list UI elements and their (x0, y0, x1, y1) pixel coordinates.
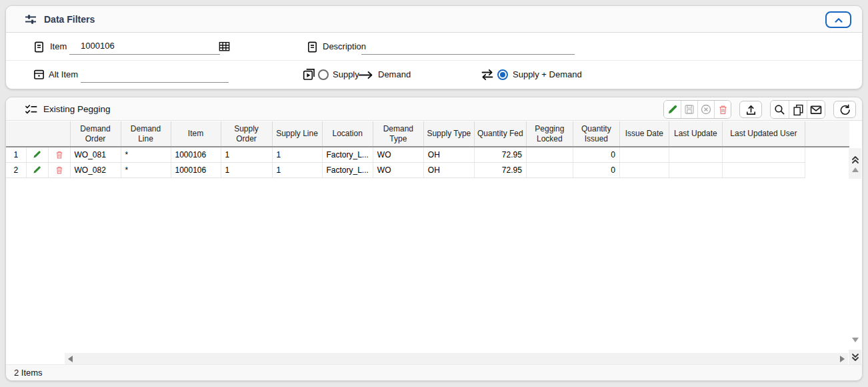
checklist-icon (25, 103, 37, 115)
table-cell[interactable]: 72.95 (474, 162, 526, 177)
column-header[interactable]: Quantity Issued (573, 121, 619, 147)
table-cell[interactable]: WO_081 (70, 147, 121, 162)
supply-plus-demand-label: Supply + Demand (513, 61, 582, 88)
copy-icon (792, 103, 805, 116)
table-cell[interactable]: * (121, 147, 171, 162)
column-header[interactable]: Quantity Fed (474, 121, 526, 147)
data-filters-panel: Data Filters Item 1000106 Description Al… (5, 5, 863, 89)
column-header[interactable]: Last Update (669, 121, 722, 147)
alt-item-input[interactable] (81, 67, 229, 83)
status-bar: 2 Items (6, 364, 862, 380)
supply-radio-label: Supply (333, 61, 359, 88)
upload-icon (745, 103, 757, 116)
table-row: 2 WO_082*100010611Factory_L...WOOH72.950 (6, 162, 849, 177)
table-cell[interactable]: OH (423, 162, 474, 177)
panel-title: Existing Pegging (43, 104, 111, 114)
delete-trash-icon (717, 104, 729, 115)
scroll-up-arrow[interactable] (852, 167, 859, 172)
app-background: { "filters_panel": { "title": "Data Filt… (0, 0, 868, 387)
table-cell[interactable] (526, 162, 573, 177)
table-cell[interactable]: 1 (221, 147, 272, 162)
row-delete-button[interactable] (48, 162, 70, 177)
scroll-down-arrow[interactable] (852, 338, 859, 342)
upload-button[interactable] (739, 101, 762, 118)
search-button[interactable] (771, 101, 789, 118)
panel-title: Data Filters (44, 14, 95, 25)
horizontal-scrollbar[interactable] (65, 353, 848, 364)
item-input[interactable]: 1000106 (69, 39, 220, 55)
filters-row-1: Item 1000106 Description (6, 33, 862, 61)
column-header[interactable]: Supply Line (272, 121, 322, 147)
scroll-to-bottom-button double-chevron-down-icon[interactable] (851, 353, 860, 362)
table-cell[interactable] (722, 147, 805, 162)
save-button[interactable] (681, 101, 697, 118)
column-header[interactable]: Demand Type (373, 121, 423, 147)
scroll-to-top-button double-chevron-up-icon[interactable] (851, 155, 860, 164)
supply-plus-demand-radio[interactable] (497, 69, 508, 80)
scroll-right-arrow[interactable] (840, 356, 845, 362)
row-edit-button[interactable] (26, 147, 48, 162)
table-cell[interactable]: OH (423, 147, 474, 162)
table-cell[interactable]: 1000106 (171, 162, 221, 177)
table-cell[interactable] (669, 162, 722, 177)
refresh-icon (839, 103, 851, 116)
row-number: 1 (6, 147, 26, 162)
scroll-left-arrow[interactable] (68, 356, 73, 362)
table-cell[interactable] (722, 162, 805, 177)
supply-demand-flow-radio[interactable] (318, 69, 329, 80)
column-header[interactable]: Location (322, 121, 373, 147)
description-input[interactable] (361, 39, 575, 55)
row-edit-button[interactable] (26, 162, 48, 177)
chevron-up-icon (832, 14, 845, 26)
table-cell[interactable]: Factory_L... (322, 147, 373, 162)
table-cell[interactable]: 1 (272, 162, 322, 177)
table-cell[interactable]: WO_082 (70, 162, 121, 177)
table-cell[interactable]: 0 (573, 147, 619, 162)
table-cell[interactable] (526, 147, 573, 162)
description-document-icon (306, 41, 319, 53)
column-header[interactable]: Pegging Locked (526, 121, 573, 147)
row-edit-icon (27, 165, 48, 175)
filters-tune-icon (24, 13, 37, 26)
column-header[interactable]: Issue Date (619, 121, 669, 147)
table-cell[interactable]: * (121, 162, 171, 177)
row-delete-button[interactable] (48, 147, 70, 162)
edit-button[interactable] (664, 101, 681, 118)
table-cell[interactable]: 1 (272, 147, 322, 162)
table-cell[interactable] (619, 162, 669, 177)
table-cell[interactable] (669, 147, 722, 162)
refresh-button[interactable] (833, 101, 856, 118)
edit-icon (667, 103, 679, 115)
column-header[interactable]: Last Updated User (722, 121, 805, 147)
table-cell[interactable]: Factory_L... (322, 162, 373, 177)
cancel-button[interactable] (697, 101, 714, 118)
items-count: 2 Items (14, 368, 43, 378)
table-cell[interactable] (619, 147, 669, 162)
item-lookup-grid-icon[interactable] (218, 40, 231, 53)
delete-button[interactable] (714, 101, 731, 118)
mail-icon (809, 103, 823, 116)
row-delete-icon (49, 165, 70, 175)
collapse-panel-button[interactable] (825, 11, 851, 28)
column-header[interactable]: Supply Order (221, 121, 272, 147)
save-icon (683, 103, 695, 115)
row-filler (805, 162, 849, 177)
arrow-right-icon (358, 71, 374, 79)
column-header[interactable]: Item (171, 121, 221, 147)
table-cell[interactable]: 1000106 (171, 147, 221, 162)
supply-play-box-icon (302, 67, 316, 81)
table-cell[interactable]: WO (373, 162, 423, 177)
column-header[interactable]: Demand Order (70, 121, 121, 147)
table-cell[interactable]: 72.95 (474, 147, 526, 162)
search-icon (773, 103, 786, 116)
table-cell[interactable]: WO (373, 147, 423, 162)
column-header[interactable]: Supply Type (423, 121, 474, 147)
table-cell[interactable]: 0 (573, 162, 619, 177)
mail-button[interactable] (807, 101, 825, 118)
table-cell[interactable]: 1 (221, 162, 272, 177)
vertical-scrollbar-top (849, 148, 861, 179)
filters-row-2: Alt Item Supply Demand Supply + Demand (6, 61, 862, 89)
row-filler (805, 147, 849, 162)
column-header[interactable]: Demand Line (121, 121, 171, 147)
copy-button[interactable] (789, 101, 807, 118)
